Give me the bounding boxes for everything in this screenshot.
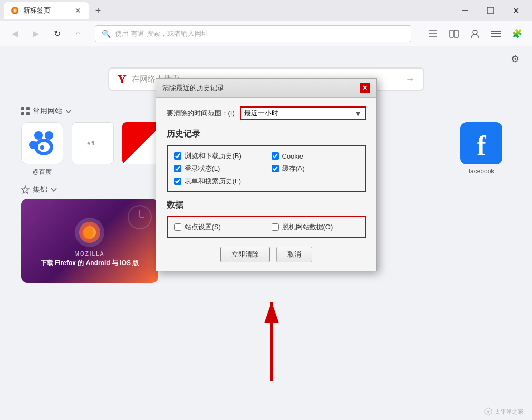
svg-rect-9 xyxy=(454,30,458,37)
time-range-row: 要清除的时间范围：(I) 最近一小时 ▼ xyxy=(167,106,366,120)
login-state-checkbox[interactable] xyxy=(174,165,181,172)
address-text: 使用 有道 搜索，或者输入网址 xyxy=(115,29,404,38)
reading-mode-icon[interactable] xyxy=(446,25,462,42)
svg-point-33 xyxy=(487,411,489,413)
extensions-icon[interactable]: 🧩 xyxy=(509,25,526,42)
time-range-value: 最近一小时 xyxy=(244,109,278,118)
dialog-body: 要清除的时间范围：(I) 最近一小时 ▼ 历史记录 浏览和下载历史(B) xyxy=(156,98,376,271)
history-section-header: 历史记录 xyxy=(167,129,366,140)
dialog-buttons: 立即清除 取消 xyxy=(167,247,366,262)
data-section-header: 数据 xyxy=(167,200,366,211)
watermark-text: 太平洋之家 xyxy=(495,408,524,416)
home-button[interactable]: ⌂ xyxy=(70,25,86,42)
refresh-button[interactable]: ↻ xyxy=(49,25,65,42)
minimize-button[interactable] xyxy=(453,3,477,18)
toolbar-right: 🧩 xyxy=(424,25,526,42)
checkbox-offline-data[interactable]: 脱机网站数据(O) xyxy=(272,222,359,232)
checkbox-login-state[interactable]: 登录状态(L) xyxy=(174,164,261,173)
back-button[interactable]: ◀ xyxy=(6,25,23,42)
svg-point-2 xyxy=(14,9,16,12)
cancel-button[interactable]: 取消 xyxy=(276,247,312,262)
address-search-icon: 🔍 xyxy=(102,30,111,38)
tab-close-btn[interactable]: ✕ xyxy=(74,6,82,15)
dialog-close-button[interactable]: ✕ xyxy=(360,83,370,93)
forward-button[interactable]: ▶ xyxy=(27,25,44,42)
time-range-label: 要清除的时间范围：(I) xyxy=(167,109,235,118)
checkbox-browse-history[interactable]: 浏览和下载历史(B) xyxy=(174,151,261,161)
svg-rect-4 xyxy=(487,7,494,14)
watermark: 太平洋之家 xyxy=(484,407,524,416)
account-icon[interactable] xyxy=(467,25,483,42)
history-checkboxes: 浏览和下载历史(B) Cookie 登录状态(L) 缓存(A) xyxy=(167,145,366,192)
form-history-checkbox[interactable] xyxy=(174,178,181,185)
dialog-title-bar: 清除最近的历史记录 ✕ xyxy=(156,79,376,98)
address-bar[interactable]: 🔍 使用 有道 搜索，或者输入网址 xyxy=(95,25,411,42)
dialog-overlay: 清除最近的历史记录 ✕ 要清除的时间范围：(I) 最近一小时 ▼ 历史记录 xyxy=(0,46,532,420)
menu-icon[interactable] xyxy=(488,25,505,42)
site-settings-checkbox[interactable] xyxy=(174,223,181,231)
checkbox-cache[interactable]: 缓存(A) xyxy=(272,164,359,173)
browse-history-checkbox[interactable] xyxy=(174,152,181,160)
window-controls: ✕ xyxy=(453,3,528,18)
offline-data-checkbox[interactable] xyxy=(272,223,279,231)
title-bar: 新标签页 ✕ + ✕ xyxy=(0,0,532,21)
bookmarks-icon[interactable] xyxy=(424,25,441,42)
maximize-button[interactable] xyxy=(478,3,502,18)
checkbox-form-history[interactable]: 表单和搜索历史(F) xyxy=(174,177,261,186)
clear-history-dialog: 清除最近的历史记录 ✕ 要清除的时间范围：(I) 最近一小时 ▼ 历史记录 xyxy=(156,78,377,271)
time-range-select[interactable]: 最近一小时 ▼ xyxy=(240,106,366,120)
time-range-dropdown-arrow: ▼ xyxy=(355,110,362,118)
dialog-title: 清除最近的历史记录 xyxy=(162,83,224,93)
svg-point-10 xyxy=(473,30,477,34)
data-checkboxes: 站点设置(S) 脱机网站数据(O) xyxy=(167,216,366,238)
clear-now-button[interactable]: 立即清除 xyxy=(220,247,270,262)
main-content: ⚙ Y 在网络上搜索 → 常用网站 xyxy=(0,46,532,420)
new-tab-button[interactable]: + xyxy=(91,3,105,18)
browser-tab[interactable]: 新标签页 ✕ xyxy=(4,2,89,19)
cookie-checkbox[interactable] xyxy=(272,152,279,160)
tab-favicon xyxy=(11,6,19,15)
svg-rect-8 xyxy=(450,30,453,37)
nav-bar: ◀ ▶ ↻ ⌂ 🔍 使用 有道 搜索，或者输入网址 🧩 xyxy=(0,21,532,46)
svg-rect-3 xyxy=(462,10,468,11)
watermark-icon xyxy=(484,407,492,416)
cache-checkbox[interactable] xyxy=(272,165,279,172)
checkbox-cookie[interactable]: Cookie xyxy=(272,151,359,161)
close-button[interactable]: ✕ xyxy=(504,3,528,18)
checkbox-site-settings[interactable]: 站点设置(S) xyxy=(174,222,261,232)
browser-window: 新标签页 ✕ + ✕ ◀ ▶ ↻ ⌂ 🔍 使用 有道 搜索，或者输入网址 xyxy=(0,0,532,420)
tab-title: 新标签页 xyxy=(23,6,70,15)
